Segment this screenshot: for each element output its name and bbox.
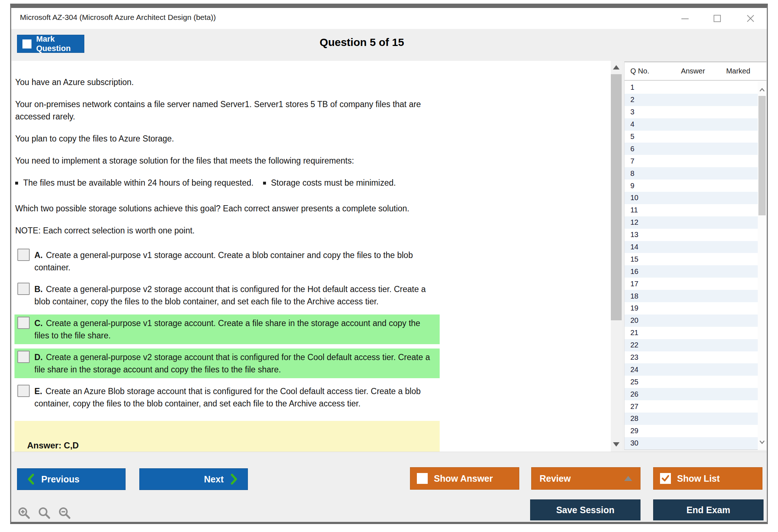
qlist-row-number: 25 — [630, 378, 638, 386]
qlist-row[interactable]: 10 — [625, 192, 758, 204]
show-list-checkbox-icon[interactable] — [660, 473, 671, 484]
qlist-row[interactable]: 29 — [625, 425, 758, 437]
question-list-scrollbar[interactable] — [758, 81, 766, 450]
scroll-up-arrow-icon[interactable] — [613, 65, 620, 69]
chevron-down-icon[interactable] — [758, 438, 766, 446]
zoom-out-icon[interactable] — [58, 506, 72, 521]
qlist-row-number: 10 — [630, 194, 638, 202]
option-letter: A. — [34, 250, 43, 260]
qlist-row-number: 2 — [630, 96, 634, 104]
qlist-row-number: 18 — [630, 292, 638, 300]
zoom-reset-icon[interactable] — [37, 506, 52, 521]
qlist-row-number: 7 — [630, 157, 634, 165]
qlist-row-number: 12 — [630, 218, 638, 227]
requirement-item: Storage costs must be minimized. — [271, 178, 396, 187]
option-e-checkbox[interactable] — [17, 385, 30, 397]
maximize-icon[interactable] — [711, 12, 723, 25]
qlist-row[interactable]: 1 — [625, 81, 758, 94]
qlist-row[interactable]: 9 — [625, 180, 758, 192]
next-button[interactable]: Next — [139, 468, 248, 490]
qlist-row[interactable]: 27 — [625, 400, 758, 413]
qlist-row[interactable]: 13 — [625, 229, 758, 241]
bullet-square-icon — [263, 182, 266, 185]
qlist-row-number: 20 — [630, 316, 638, 325]
qlist-row[interactable]: 30 — [625, 437, 758, 449]
show-answer-label: Show Answer — [434, 473, 493, 484]
option-row-d-correct[interactable]: D.Create a general-purpose v2 storage ac… — [14, 349, 440, 378]
option-row-a[interactable]: A.Create a general-purpose v1 storage ac… — [14, 246, 440, 276]
qlist-row-number: 16 — [630, 267, 638, 276]
app-window: Microsoft AZ-304 (Microsoft Azure Archit… — [10, 4, 768, 524]
qlist-row[interactable]: 6 — [625, 143, 758, 155]
option-text: Create an Azure Blob storage account tha… — [34, 387, 421, 408]
qlist-row[interactable]: 17 — [625, 278, 758, 290]
qlist-row-number: 4 — [630, 120, 634, 128]
qlist-row[interactable]: 16 — [625, 265, 758, 278]
option-text: Create a general-purpose v1 storage acco… — [34, 250, 413, 272]
save-session-button[interactable]: Save Session — [530, 499, 640, 520]
qlist-row[interactable]: 3 — [625, 106, 758, 118]
review-button[interactable]: Review — [531, 467, 640, 490]
end-exam-button[interactable]: End Exam — [653, 499, 764, 520]
triangle-up-icon — [624, 476, 632, 481]
question-paragraph: You plan to copy the files to Azure Stor… — [15, 132, 443, 145]
option-letter: C. — [34, 318, 43, 328]
qlist-row[interactable]: 12 — [625, 216, 758, 229]
qlist-row[interactable]: 8 — [625, 167, 758, 180]
qlist-row[interactable]: 7 — [625, 155, 758, 167]
answer-options: A.Create a general-purpose v1 storage ac… — [12, 246, 611, 412]
scrollbar-thumb[interactable] — [758, 96, 766, 215]
scrollbar-thumb[interactable] — [611, 74, 622, 320]
close-icon[interactable] — [744, 12, 757, 25]
answer-label: Answer: C,D — [27, 440, 79, 450]
qlist-row[interactable]: 14 — [625, 241, 758, 253]
option-row-b[interactable]: B.Create a general-purpose v2 storage ac… — [14, 280, 440, 310]
column-header-marked: Marked — [719, 67, 758, 75]
previous-button[interactable]: Previous — [17, 468, 126, 490]
option-row-e[interactable]: E.Create an Azure Blob storage account t… — [14, 383, 440, 412]
checkmark-icon — [661, 474, 670, 483]
qlist-row-number: 21 — [630, 329, 638, 337]
qlist-row[interactable]: 5 — [625, 131, 758, 143]
chevron-left-icon — [26, 474, 35, 485]
qlist-row-number: 29 — [630, 427, 638, 435]
qlist-row[interactable]: 23 — [625, 351, 758, 364]
qlist-row-number: 26 — [630, 390, 638, 398]
qlist-row-number: 6 — [630, 145, 634, 153]
minimize-icon[interactable] — [679, 12, 691, 25]
qlist-row[interactable]: 26 — [625, 388, 758, 400]
zoom-in-icon[interactable] — [17, 506, 31, 521]
qlist-row[interactable]: 28 — [625, 413, 758, 425]
save-session-label: Save Session — [556, 505, 614, 515]
option-d-checkbox[interactable] — [17, 351, 30, 363]
qlist-row-number: 24 — [630, 366, 638, 374]
qlist-row[interactable]: 4 — [625, 118, 758, 131]
question-counter: Question 5 of 15 — [11, 36, 713, 48]
chevron-right-icon — [229, 474, 239, 485]
scroll-down-arrow-icon[interactable] — [613, 442, 620, 447]
show-answer-checkbox-icon[interactable] — [417, 473, 428, 484]
question-paragraph: You need to implement a storage solution… — [15, 155, 443, 167]
option-c-checkbox[interactable] — [17, 317, 30, 329]
qlist-row[interactable]: 15 — [625, 253, 758, 265]
qlist-row[interactable]: 19 — [625, 302, 758, 314]
option-a-checkbox[interactable] — [17, 249, 30, 261]
qlist-row[interactable]: 21 — [625, 327, 758, 339]
column-header-qno: Q No. — [625, 67, 667, 75]
qlist-row[interactable]: 11 — [625, 204, 758, 216]
show-answer-button[interactable]: Show Answer — [410, 467, 519, 490]
qlist-row[interactable]: 20 — [625, 314, 758, 327]
qlist-row[interactable]: 2 — [625, 94, 758, 106]
qlist-row[interactable]: 25 — [625, 376, 758, 388]
show-list-button[interactable]: Show List — [653, 467, 762, 490]
qlist-row[interactable]: 18 — [625, 290, 758, 302]
option-b-checkbox[interactable] — [17, 283, 30, 295]
qlist-row-number: 9 — [630, 182, 634, 190]
requirements-line: The files must be available within 24 ho… — [15, 177, 443, 189]
qlist-row[interactable]: 24 — [625, 363, 758, 376]
chevron-up-icon[interactable] — [758, 86, 766, 94]
review-label: Review — [540, 473, 571, 484]
qlist-row[interactable]: 22 — [625, 339, 758, 351]
content-scrollbar[interactable] — [611, 61, 622, 452]
option-row-c-correct[interactable]: C.Create a general-purpose v1 storage ac… — [14, 314, 440, 344]
